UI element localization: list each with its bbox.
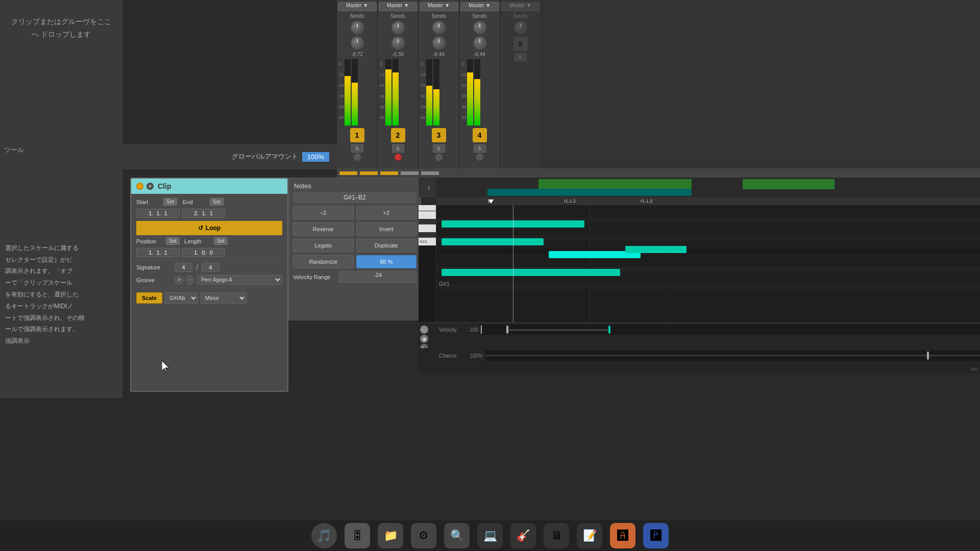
dock-icon-9[interactable]: 📝	[577, 523, 602, 548]
dock-icon-7[interactable]: 🎸	[510, 523, 536, 548]
mode-select[interactable]: Minor Major Dorian Phrygian	[201, 292, 247, 304]
ch5-master-dropdown[interactable]: Master ▼	[501, 2, 540, 11]
ch2-track-number[interactable]: 2	[391, 128, 405, 142]
dock-icon-6[interactable]: 💻	[477, 523, 503, 548]
groove-icons: ⟳ →	[175, 276, 194, 285]
info-line-1: 選択したスケールに属する	[5, 242, 117, 254]
ch2-solo-btn[interactable]: S	[392, 144, 404, 153]
ch3-send-b-knob[interactable]	[432, 36, 446, 49]
channel-strip-3: Master ▼ Sends -6.44 01224364860 3 S	[419, 0, 459, 179]
dock-icon-11[interactable]: 🅿	[643, 523, 669, 548]
velocity-range-input[interactable]: -24	[339, 271, 416, 283]
dock-icon-4[interactable]: ⚙	[411, 523, 436, 548]
duplicate-btn[interactable]: Duplicate	[356, 239, 417, 252]
ch1-master-dropdown[interactable]: Master ▼	[338, 2, 377, 11]
velocity-bar-area[interactable]	[481, 324, 980, 335]
length-set-btn[interactable]: Set	[214, 237, 228, 245]
groove-select[interactable]: Perc Agogo A	[197, 275, 282, 285]
dock-icon-3[interactable]: 📁	[378, 523, 403, 548]
ch1-solo-btn[interactable]: S	[351, 144, 363, 153]
global-amount-value[interactable]: 100%	[302, 152, 329, 162]
dock-icon-2[interactable]: 🎛	[345, 523, 370, 548]
mul2-btn[interactable]: ×2	[356, 206, 417, 219]
sig-numerator-input[interactable]	[175, 263, 192, 272]
ch3-track-number[interactable]: 3	[432, 128, 446, 142]
midi-note-2[interactable]	[442, 238, 544, 245]
ch3-fader-value: -6.44	[433, 52, 445, 57]
div-mul-row: ÷2 ×2	[293, 206, 416, 219]
clip-arrow-btn[interactable]: ▼	[146, 183, 154, 190]
ch2-record-btn[interactable]	[395, 154, 402, 161]
ch2-send-b-knob[interactable]	[391, 36, 405, 49]
position-label: Position	[136, 238, 164, 244]
reverse-invert-row: Reverse Invert	[293, 222, 416, 236]
info-text-block: 選択したスケールに属する セレクターで設定）がピ 調表示されます。「オブ ーで「…	[5, 242, 117, 347]
arrangement-clip-3[interactable]	[487, 189, 692, 196]
ch4-level-bar	[467, 72, 473, 126]
midi-note-5[interactable]	[625, 246, 687, 253]
midi-note-4[interactable]	[442, 269, 620, 276]
invert-btn[interactable]: Invert	[356, 222, 417, 236]
key-select[interactable]: G#/Ab A A#/Bb B C	[165, 292, 198, 304]
velocity-section: ← ◉ ▶ Velocity 100	[419, 322, 980, 348]
ch3-master-dropdown[interactable]: Master ▼	[420, 2, 458, 11]
ch5-track-number[interactable]: 5	[513, 37, 528, 51]
start-set-btn[interactable]: Set	[163, 198, 177, 206]
ch3-send-a-knob[interactable]	[432, 21, 446, 34]
ch3-fader-labels: 01224364860	[421, 59, 426, 120]
end-set-btn[interactable]: Set	[210, 198, 224, 206]
legato-btn[interactable]: Legato	[293, 239, 354, 252]
div2-btn[interactable]: ÷2	[293, 206, 354, 219]
groove-arrow-btn[interactable]: →	[185, 276, 194, 285]
dock-icon-8[interactable]: 🖥	[544, 523, 569, 548]
clip-power-btn[interactable]	[136, 183, 143, 190]
ch5-solo-btn[interactable]: S	[514, 53, 527, 61]
position-value-input[interactable]	[136, 248, 180, 257]
transport-dot-1	[339, 171, 357, 175]
ch5-knob[interactable]	[514, 21, 527, 34]
groove-row: Groove ⟳ → Perc Agogo A	[136, 275, 282, 285]
reverse-btn[interactable]: Reverse	[293, 222, 354, 236]
velocity-arrow-btn[interactable]: ←	[420, 325, 428, 334]
ch1-mute-btn[interactable]	[354, 154, 361, 161]
sig-denominator-input[interactable]	[202, 263, 219, 272]
ch2-master-dropdown[interactable]: Master ▼	[379, 2, 418, 11]
ch4-master-dropdown[interactable]: Master ▼	[460, 2, 499, 11]
ch1-send-a-knob[interactable]	[351, 21, 364, 34]
note-tool-icon[interactable]: ♪	[424, 182, 434, 192]
position-set-btn[interactable]: Set	[166, 237, 180, 245]
ch4-mute-btn[interactable]	[476, 154, 483, 161]
ch4-send-b-knob[interactable]	[473, 36, 486, 49]
ch3-mute-btn[interactable]	[435, 154, 443, 161]
randomize-btn[interactable]: Randomize	[293, 255, 354, 268]
roll-grid[interactable]	[436, 205, 980, 322]
ch3-solo-btn[interactable]: S	[433, 144, 445, 153]
loop-btn[interactable]: ↺ Loop	[136, 221, 282, 235]
scale-toggle-btn[interactable]: Scale	[136, 292, 162, 304]
length-value-input[interactable]	[182, 248, 225, 257]
dock-icon-5[interactable]: 🔍	[444, 523, 470, 548]
groove-sync-btn[interactable]: ⟳	[175, 276, 184, 285]
piano-roll-content[interactable]: B2 G#1 G#1	[419, 205, 980, 322]
playhead-line	[513, 205, 513, 322]
chance-bar-area[interactable]	[485, 350, 980, 361]
ch4-send-a-knob[interactable]	[473, 21, 486, 34]
ch1-track-number[interactable]: 1	[350, 128, 364, 142]
ch1-send-b-knob[interactable]	[351, 36, 364, 49]
dock-icon-1[interactable]: 🎵	[311, 523, 337, 548]
chance-arrow-btn[interactable]: ◉	[420, 335, 428, 343]
end-value-input[interactable]	[182, 209, 225, 218]
ch4-track-number[interactable]: 4	[473, 128, 487, 142]
ch1-sends-label: Sends	[350, 13, 364, 19]
randomize-value[interactable]: 68 %	[356, 255, 417, 268]
tool-label: ツール	[4, 145, 118, 155]
start-value-input[interactable]	[136, 209, 180, 218]
arrangement-clip-2[interactable]	[743, 179, 835, 189]
info-line-3: 調表示されます。「オブ	[5, 265, 117, 277]
playhead-marker	[488, 199, 494, 204]
dock-icon-10[interactable]: 🅰	[610, 523, 635, 548]
arrangement-clip-1[interactable]	[538, 179, 692, 189]
ch4-solo-btn[interactable]: S	[474, 144, 486, 153]
ruler-mark-2: r1.1.2	[564, 198, 576, 204]
ch2-send-a-knob[interactable]	[391, 21, 405, 34]
